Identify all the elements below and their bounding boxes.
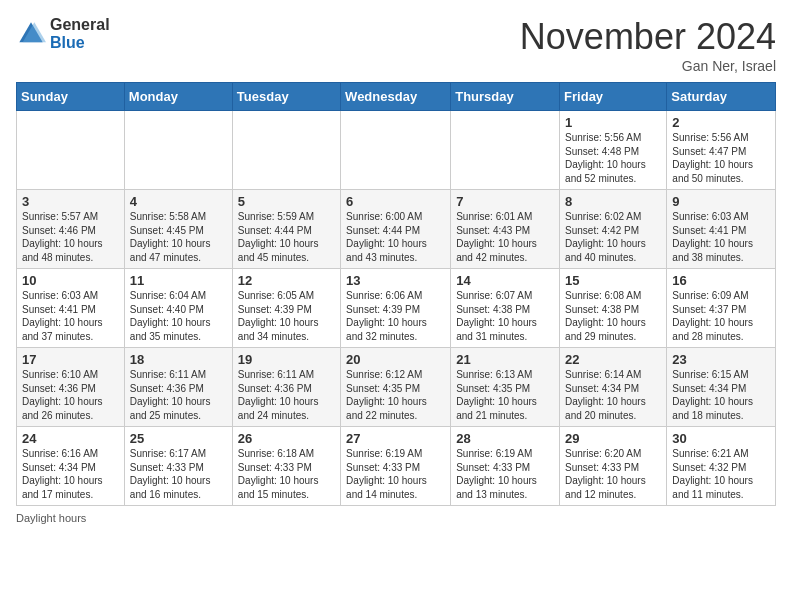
calendar-cell: 28Sunrise: 6:19 AM Sunset: 4:33 PM Dayli… <box>451 427 560 506</box>
day-number: 14 <box>456 273 554 288</box>
day-info: Sunrise: 6:00 AM Sunset: 4:44 PM Dayligh… <box>346 210 445 264</box>
calendar-cell: 23Sunrise: 6:15 AM Sunset: 4:34 PM Dayli… <box>667 348 776 427</box>
day-info: Sunrise: 6:10 AM Sunset: 4:36 PM Dayligh… <box>22 368 119 422</box>
day-info: Sunrise: 6:18 AM Sunset: 4:33 PM Dayligh… <box>238 447 335 501</box>
logo-icon <box>16 19 46 49</box>
day-info: Sunrise: 6:04 AM Sunset: 4:40 PM Dayligh… <box>130 289 227 343</box>
day-number: 6 <box>346 194 445 209</box>
title-block: November 2024 Gan Ner, Israel <box>520 16 776 74</box>
calendar-cell: 4Sunrise: 5:58 AM Sunset: 4:45 PM Daylig… <box>124 190 232 269</box>
calendar-cell: 26Sunrise: 6:18 AM Sunset: 4:33 PM Dayli… <box>232 427 340 506</box>
calendar-cell <box>124 111 232 190</box>
day-info: Sunrise: 6:06 AM Sunset: 4:39 PM Dayligh… <box>346 289 445 343</box>
day-number: 29 <box>565 431 661 446</box>
day-number: 9 <box>672 194 770 209</box>
day-number: 20 <box>346 352 445 367</box>
weekday-sunday: Sunday <box>17 83 125 111</box>
weekday-saturday: Saturday <box>667 83 776 111</box>
day-info: Sunrise: 6:11 AM Sunset: 4:36 PM Dayligh… <box>130 368 227 422</box>
calendar-cell: 21Sunrise: 6:13 AM Sunset: 4:35 PM Dayli… <box>451 348 560 427</box>
logo-blue-text: Blue <box>50 34 110 52</box>
day-number: 11 <box>130 273 227 288</box>
day-number: 13 <box>346 273 445 288</box>
calendar-cell: 17Sunrise: 6:10 AM Sunset: 4:36 PM Dayli… <box>17 348 125 427</box>
calendar-cell: 19Sunrise: 6:11 AM Sunset: 4:36 PM Dayli… <box>232 348 340 427</box>
calendar-cell: 7Sunrise: 6:01 AM Sunset: 4:43 PM Daylig… <box>451 190 560 269</box>
day-number: 25 <box>130 431 227 446</box>
day-info: Sunrise: 6:03 AM Sunset: 4:41 PM Dayligh… <box>22 289 119 343</box>
day-info: Sunrise: 6:13 AM Sunset: 4:35 PM Dayligh… <box>456 368 554 422</box>
calendar-cell: 16Sunrise: 6:09 AM Sunset: 4:37 PM Dayli… <box>667 269 776 348</box>
weekday-wednesday: Wednesday <box>341 83 451 111</box>
calendar-cell: 2Sunrise: 5:56 AM Sunset: 4:47 PM Daylig… <box>667 111 776 190</box>
day-number: 1 <box>565 115 661 130</box>
calendar-cell: 29Sunrise: 6:20 AM Sunset: 4:33 PM Dayli… <box>560 427 667 506</box>
calendar-cell: 27Sunrise: 6:19 AM Sunset: 4:33 PM Dayli… <box>341 427 451 506</box>
day-number: 15 <box>565 273 661 288</box>
day-info: Sunrise: 6:05 AM Sunset: 4:39 PM Dayligh… <box>238 289 335 343</box>
calendar-cell: 1Sunrise: 5:56 AM Sunset: 4:48 PM Daylig… <box>560 111 667 190</box>
day-number: 5 <box>238 194 335 209</box>
calendar-cell: 3Sunrise: 5:57 AM Sunset: 4:46 PM Daylig… <box>17 190 125 269</box>
calendar-cell: 14Sunrise: 6:07 AM Sunset: 4:38 PM Dayli… <box>451 269 560 348</box>
day-info: Sunrise: 6:03 AM Sunset: 4:41 PM Dayligh… <box>672 210 770 264</box>
month-title: November 2024 <box>520 16 776 58</box>
day-info: Sunrise: 6:15 AM Sunset: 4:34 PM Dayligh… <box>672 368 770 422</box>
day-number: 30 <box>672 431 770 446</box>
day-number: 19 <box>238 352 335 367</box>
day-info: Sunrise: 5:57 AM Sunset: 4:46 PM Dayligh… <box>22 210 119 264</box>
day-number: 17 <box>22 352 119 367</box>
day-number: 23 <box>672 352 770 367</box>
day-info: Sunrise: 6:21 AM Sunset: 4:32 PM Dayligh… <box>672 447 770 501</box>
day-info: Sunrise: 6:07 AM Sunset: 4:38 PM Dayligh… <box>456 289 554 343</box>
weekday-thursday: Thursday <box>451 83 560 111</box>
day-info: Sunrise: 5:58 AM Sunset: 4:45 PM Dayligh… <box>130 210 227 264</box>
day-number: 4 <box>130 194 227 209</box>
daylight-label: Daylight hours <box>16 512 86 524</box>
calendar-cell: 18Sunrise: 6:11 AM Sunset: 4:36 PM Dayli… <box>124 348 232 427</box>
weekday-header-row: SundayMondayTuesdayWednesdayThursdayFrid… <box>17 83 776 111</box>
day-number: 16 <box>672 273 770 288</box>
header: General Blue November 2024 Gan Ner, Isra… <box>16 16 776 74</box>
day-info: Sunrise: 5:59 AM Sunset: 4:44 PM Dayligh… <box>238 210 335 264</box>
day-number: 18 <box>130 352 227 367</box>
calendar-cell: 25Sunrise: 6:17 AM Sunset: 4:33 PM Dayli… <box>124 427 232 506</box>
calendar-cell: 15Sunrise: 6:08 AM Sunset: 4:38 PM Dayli… <box>560 269 667 348</box>
calendar-cell: 24Sunrise: 6:16 AM Sunset: 4:34 PM Dayli… <box>17 427 125 506</box>
calendar: SundayMondayTuesdayWednesdayThursdayFrid… <box>16 82 776 506</box>
calendar-cell: 10Sunrise: 6:03 AM Sunset: 4:41 PM Dayli… <box>17 269 125 348</box>
day-info: Sunrise: 6:19 AM Sunset: 4:33 PM Dayligh… <box>346 447 445 501</box>
calendar-cell <box>232 111 340 190</box>
day-number: 27 <box>346 431 445 446</box>
calendar-cell: 13Sunrise: 6:06 AM Sunset: 4:39 PM Dayli… <box>341 269 451 348</box>
calendar-cell <box>451 111 560 190</box>
calendar-cell: 12Sunrise: 6:05 AM Sunset: 4:39 PM Dayli… <box>232 269 340 348</box>
logo-text: General Blue <box>50 16 110 51</box>
week-row-5: 24Sunrise: 6:16 AM Sunset: 4:34 PM Dayli… <box>17 427 776 506</box>
day-number: 22 <box>565 352 661 367</box>
day-info: Sunrise: 6:14 AM Sunset: 4:34 PM Dayligh… <box>565 368 661 422</box>
weekday-friday: Friday <box>560 83 667 111</box>
day-info: Sunrise: 6:20 AM Sunset: 4:33 PM Dayligh… <box>565 447 661 501</box>
calendar-cell: 22Sunrise: 6:14 AM Sunset: 4:34 PM Dayli… <box>560 348 667 427</box>
calendar-cell <box>341 111 451 190</box>
day-info: Sunrise: 6:11 AM Sunset: 4:36 PM Dayligh… <box>238 368 335 422</box>
day-number: 21 <box>456 352 554 367</box>
day-number: 12 <box>238 273 335 288</box>
day-info: Sunrise: 5:56 AM Sunset: 4:47 PM Dayligh… <box>672 131 770 185</box>
day-info: Sunrise: 6:09 AM Sunset: 4:37 PM Dayligh… <box>672 289 770 343</box>
day-info: Sunrise: 6:19 AM Sunset: 4:33 PM Dayligh… <box>456 447 554 501</box>
calendar-cell <box>17 111 125 190</box>
day-number: 8 <box>565 194 661 209</box>
day-number: 3 <box>22 194 119 209</box>
day-number: 24 <box>22 431 119 446</box>
logo: General Blue <box>16 16 110 51</box>
weekday-monday: Monday <box>124 83 232 111</box>
day-number: 28 <box>456 431 554 446</box>
day-number: 2 <box>672 115 770 130</box>
week-row-3: 10Sunrise: 6:03 AM Sunset: 4:41 PM Dayli… <box>17 269 776 348</box>
calendar-cell: 11Sunrise: 6:04 AM Sunset: 4:40 PM Dayli… <box>124 269 232 348</box>
calendar-cell: 20Sunrise: 6:12 AM Sunset: 4:35 PM Dayli… <box>341 348 451 427</box>
page: General Blue November 2024 Gan Ner, Isra… <box>0 0 792 534</box>
day-number: 10 <box>22 273 119 288</box>
